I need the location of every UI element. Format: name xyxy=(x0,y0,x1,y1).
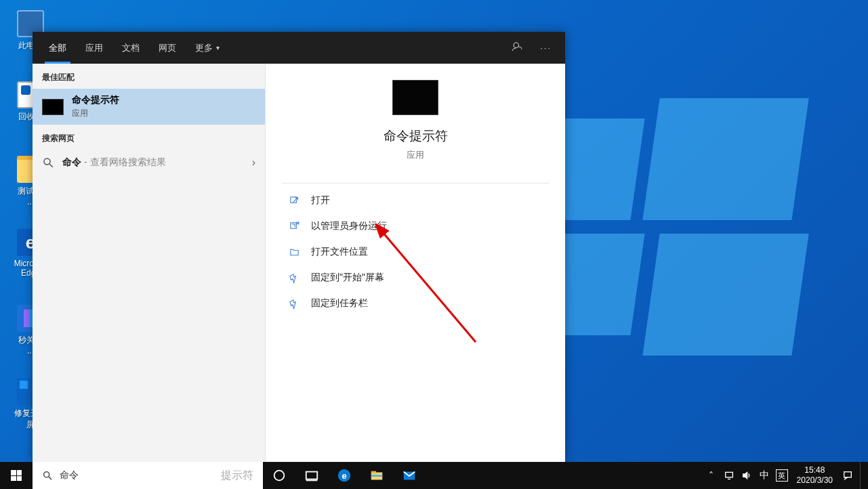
open-icon xyxy=(289,195,300,207)
result-subtitle: 应用 xyxy=(72,108,119,119)
taskbar-search-input[interactable] xyxy=(60,470,218,481)
svg-rect-19 xyxy=(844,472,852,477)
cmd-icon xyxy=(42,99,64,115)
svg-point-6 xyxy=(44,472,49,477)
clock-time: 15:48 xyxy=(797,465,833,475)
edge-icon: e xyxy=(337,468,352,483)
svg-line-2 xyxy=(49,164,53,167)
more-options-icon[interactable]: ··· xyxy=(540,43,552,53)
taskbar-app-edge[interactable]: e xyxy=(328,462,360,489)
preview-app-subtitle: 应用 xyxy=(407,149,424,161)
preview-app-title: 命令提示符 xyxy=(384,127,448,145)
search-preview-panel: 命令提示符 应用 打开 以管理员身份运行 打开文件位置 固定 xyxy=(265,64,565,462)
search-results-list: 最佳匹配 命令提示符 应用 搜索网页 命令- 查看网络搜索结果 › xyxy=(33,64,265,462)
shield-admin-icon xyxy=(289,221,300,232)
file-explorer-icon xyxy=(369,468,384,483)
web-term: 命令 xyxy=(62,156,81,167)
start-button[interactable] xyxy=(0,462,33,489)
action-pin-taskbar[interactable]: 固定到任务栏 xyxy=(266,291,565,316)
tray-action-center-icon[interactable] xyxy=(840,462,856,489)
result-item-cmd[interactable]: 命令提示符 应用 xyxy=(33,89,265,125)
search-icon xyxy=(42,156,54,169)
folder-location-icon xyxy=(289,247,300,258)
action-open[interactable]: 打开 xyxy=(266,188,565,213)
taskbar-app-mail[interactable] xyxy=(393,462,426,489)
svg-rect-15 xyxy=(371,475,383,477)
tab-docs[interactable]: 文档 xyxy=(112,32,149,64)
clock-date: 2020/3/30 xyxy=(797,475,833,486)
taskbar-cortana[interactable] xyxy=(263,462,295,489)
start-search-panel: 全部 应用 文档 网页 更多 ··· 最佳匹配 命令提示符 应用 搜索网页 xyxy=(33,32,565,462)
search-ghost-text: 提示符 xyxy=(221,469,253,483)
search-icon xyxy=(42,470,53,481)
action-run-as-admin[interactable]: 以管理员身份运行 xyxy=(266,213,565,239)
tab-all[interactable]: 全部 xyxy=(39,32,76,64)
svg-rect-14 xyxy=(371,471,376,474)
action-label: 打开文件位置 xyxy=(311,246,368,258)
svg-point-8 xyxy=(274,471,285,481)
pin-start-icon xyxy=(289,272,300,284)
action-label: 打开 xyxy=(311,194,330,207)
search-panel-tabs-bar: 全部 应用 文档 网页 更多 ··· xyxy=(33,32,565,64)
action-label: 以管理员身份运行 xyxy=(311,220,387,232)
feedback-icon[interactable] xyxy=(512,41,524,55)
action-pin-start[interactable]: 固定到"开始"屏幕 xyxy=(266,265,565,291)
web-result[interactable]: 命令- 查看网络搜索结果 › xyxy=(33,150,265,175)
tray-ime-secondary[interactable]: 英 xyxy=(774,462,790,489)
svg-line-7 xyxy=(49,477,51,480)
cortana-icon xyxy=(272,468,287,483)
svg-rect-4 xyxy=(291,222,297,228)
svg-rect-9 xyxy=(306,472,318,480)
taskbar-app-explorer[interactable] xyxy=(360,462,393,489)
tab-apps[interactable]: 应用 xyxy=(76,32,112,64)
tray-volume-icon[interactable] xyxy=(739,462,755,489)
section-best-match: 最佳匹配 xyxy=(33,64,265,89)
taskbar: 提示符 e ˄ 中 英 15:48 2020/3/30 xyxy=(0,462,868,489)
tab-more[interactable]: 更多 xyxy=(186,32,229,64)
tray-ime-primary[interactable]: 中 xyxy=(756,462,772,489)
svg-point-0 xyxy=(514,43,519,48)
show-desktop-button[interactable] xyxy=(860,462,864,489)
web-desc: - 查看网络搜索结果 xyxy=(84,156,166,167)
action-label: 固定到"开始"屏幕 xyxy=(311,272,384,284)
svg-text:e: e xyxy=(342,471,346,481)
action-label: 固定到任务栏 xyxy=(311,297,368,310)
divider xyxy=(282,183,549,184)
svg-rect-17 xyxy=(725,472,732,477)
section-search-web: 搜索网页 xyxy=(33,125,265,150)
windows-logo-icon xyxy=(11,470,22,481)
task-view-icon xyxy=(304,468,319,483)
tray-network-icon[interactable] xyxy=(721,462,737,489)
chevron-right-icon: › xyxy=(252,156,255,169)
tab-web[interactable]: 网页 xyxy=(149,32,186,64)
mail-icon xyxy=(402,468,417,483)
action-open-file-location[interactable]: 打开文件位置 xyxy=(266,239,565,265)
tray-clock[interactable]: 15:48 2020/3/30 xyxy=(791,465,838,486)
result-title: 命令提示符 xyxy=(72,94,119,106)
pin-taskbar-icon xyxy=(289,298,300,310)
svg-point-1 xyxy=(44,158,50,165)
preview-app-icon xyxy=(392,80,438,115)
taskbar-taskview[interactable] xyxy=(295,462,328,489)
tray-chevron-up-icon[interactable]: ˄ xyxy=(703,462,720,489)
taskbar-search-box[interactable]: 提示符 xyxy=(33,462,263,489)
